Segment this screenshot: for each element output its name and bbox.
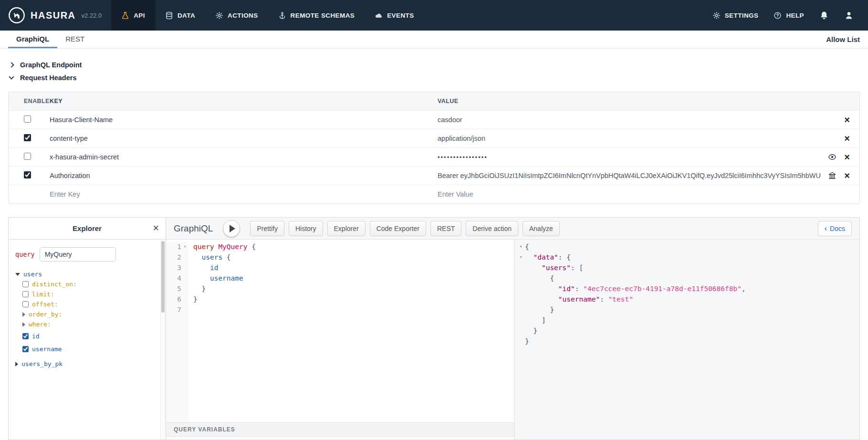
nav-item-actions[interactable]: ACTIONS xyxy=(205,0,268,31)
explorer-arg-offset[interactable]: offset: xyxy=(22,299,156,309)
response-line: } xyxy=(517,325,859,336)
header-key[interactable]: content-type xyxy=(50,135,438,142)
eye-icon[interactable] xyxy=(828,153,837,161)
remove-header-icon[interactable]: × xyxy=(844,152,850,162)
query-editor[interactable]: 1▾234567 query MyQuery { users { id user… xyxy=(166,240,514,422)
explorer-field-users-by-pk[interactable]: users_by_pk xyxy=(15,359,156,369)
query-variables-bar[interactable]: QUERY VARIABLES xyxy=(166,422,514,437)
fold-icon[interactable]: ▾ xyxy=(517,252,525,262)
nav-item-remote-schemas[interactable]: REMOTE SCHEMAS xyxy=(268,0,365,31)
chevron-down-icon xyxy=(9,74,14,79)
new-header-value-input[interactable] xyxy=(438,190,829,198)
fold-icon[interactable]: ▾ xyxy=(517,241,525,252)
line-number: 6 xyxy=(166,294,189,304)
nav-item-label: ACTIONS xyxy=(228,12,258,19)
header-key[interactable]: x-hasura-admin-secret xyxy=(50,153,438,161)
allow-list-link[interactable]: Allow List xyxy=(826,31,860,48)
header-value[interactable]: casdoor xyxy=(438,116,838,124)
flask-icon xyxy=(121,11,129,20)
nav-item-label: DATA xyxy=(178,12,195,19)
analyze-button[interactable]: Analyze xyxy=(523,221,560,236)
graphql-endpoint-toggle[interactable]: GraphQL Endpoint xyxy=(10,58,868,71)
code-line: } xyxy=(193,283,514,294)
explorer-field-username[interactable]: username xyxy=(22,344,156,354)
enable-header-checkbox[interactable] xyxy=(24,153,31,160)
fold-icon[interactable]: ▾ xyxy=(181,241,188,252)
arg-checkbox[interactable] xyxy=(22,291,29,297)
prettify-button[interactable]: Prettify xyxy=(250,221,284,236)
remove-header-icon[interactable]: × xyxy=(844,134,850,143)
execute-query-button[interactable] xyxy=(223,220,240,237)
operation-row: query xyxy=(15,247,156,262)
tab-graphiql[interactable]: GraphiQL xyxy=(8,31,57,48)
header-key[interactable]: Authorization xyxy=(50,172,438,179)
header-value-masked[interactable]: •••••••••••••••• xyxy=(438,154,822,161)
history-button[interactable]: History xyxy=(289,221,323,236)
api-tabbar: GraphiQL REST Allow List xyxy=(0,31,868,49)
enable-header-checkbox[interactable] xyxy=(24,134,31,141)
rest-button[interactable]: REST xyxy=(430,221,461,236)
header-value[interactable]: application/json xyxy=(438,135,838,142)
derive-action-button[interactable]: Derive action xyxy=(466,221,518,236)
fold-icon xyxy=(517,294,525,304)
play-icon xyxy=(230,225,235,232)
anchor-icon xyxy=(278,11,286,20)
arg-checkbox[interactable] xyxy=(22,281,29,287)
hasura-console: HASURA v2.22.0 API DATA xyxy=(0,0,868,440)
header-value[interactable]: Bearer eyJhbGciOiJSUzI1NiIsImtpZCI6ImNlc… xyxy=(438,172,822,179)
explorer-field-id[interactable]: id xyxy=(22,331,156,341)
enable-header-checkbox[interactable] xyxy=(24,115,31,123)
fold-icon xyxy=(517,304,525,315)
response-pane[interactable]: ▾{▾ "data": { "users": [ { "id": "4ec7cc… xyxy=(515,240,859,440)
caret-right-icon xyxy=(22,322,25,327)
decode-jwt-icon[interactable] xyxy=(828,171,837,180)
settings-button[interactable]: SETTINGS xyxy=(712,11,759,20)
explorer-arg-limit[interactable]: limit: xyxy=(22,289,156,299)
remove-header-icon[interactable]: × xyxy=(844,171,850,180)
fold-icon xyxy=(517,325,525,336)
explorer-arg-where[interactable]: where: xyxy=(22,319,156,329)
bell-icon[interactable] xyxy=(819,10,829,20)
table-row: Hasura-Client-Name casdoor × xyxy=(9,110,859,129)
new-header-key-input[interactable] xyxy=(50,190,418,198)
gears-icon xyxy=(215,11,223,20)
explorer-arg-distinct-on[interactable]: distinct_on: xyxy=(22,279,156,289)
remove-header-icon[interactable]: × xyxy=(844,115,850,125)
column-value: VALUE xyxy=(438,98,859,105)
fold-icon xyxy=(517,273,525,283)
line-number: 7 xyxy=(166,304,189,315)
nav-right: SETTINGS HELP xyxy=(712,0,868,31)
brand[interactable]: HASURA v2.22.0 xyxy=(0,0,111,31)
endpoint-sections: GraphQL Endpoint Request Headers xyxy=(0,49,868,84)
explorer-button[interactable]: Explorer xyxy=(327,221,366,236)
arg-checkbox[interactable] xyxy=(22,301,29,307)
nav-item-api[interactable]: API xyxy=(111,0,155,31)
table-row: content-type application/json × xyxy=(9,129,859,147)
explorer-scrollbar[interactable] xyxy=(160,240,166,440)
nav-item-events[interactable]: EVENTS xyxy=(365,0,424,31)
enable-header-checkbox[interactable] xyxy=(24,171,31,178)
graphiql-main: GraphiQL Prettify History Explorer Code … xyxy=(166,217,860,440)
query-variables-editor[interactable] xyxy=(166,437,514,440)
cloud-icon xyxy=(375,11,383,20)
field-checkbox[interactable] xyxy=(22,346,29,352)
docs-button[interactable]: ‹ Docs xyxy=(818,221,852,236)
operation-name-input[interactable] xyxy=(40,247,116,262)
operation-type-label: query xyxy=(15,251,35,258)
tab-rest[interactable]: REST xyxy=(57,31,93,48)
code-line: id xyxy=(193,262,514,273)
column-key: KEY xyxy=(50,98,438,105)
field-checkbox[interactable] xyxy=(22,333,29,339)
header-key[interactable]: Hasura-Client-Name xyxy=(50,116,438,124)
code-exporter-button[interactable]: Code Exporter xyxy=(370,221,426,236)
help-button[interactable]: HELP xyxy=(774,11,804,20)
scrollbar-thumb[interactable] xyxy=(161,241,165,313)
close-icon[interactable]: × xyxy=(153,222,159,234)
request-headers-toggle[interactable]: Request Headers xyxy=(10,71,868,84)
explorer-field-users[interactable]: users xyxy=(15,269,156,279)
brand-name: HASURA xyxy=(31,10,76,21)
nav-item-data[interactable]: DATA xyxy=(155,0,205,31)
nav-item-label: API xyxy=(134,12,145,19)
user-icon[interactable] xyxy=(844,10,854,20)
explorer-arg-order-by[interactable]: order_by: xyxy=(22,309,156,319)
